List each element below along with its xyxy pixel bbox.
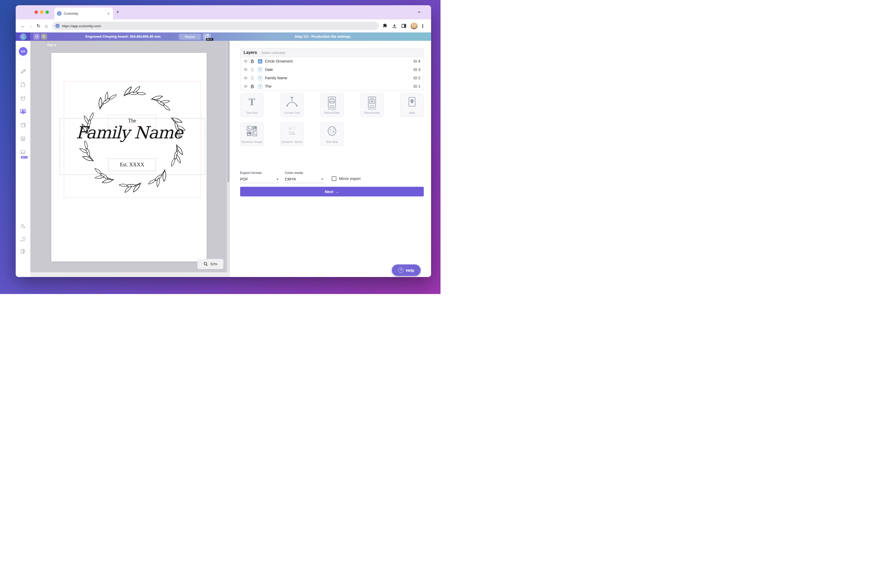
customily-logo: C [20, 33, 26, 40]
user-avatar-initials[interactable]: MA [19, 47, 27, 56]
resize-button[interactable]: Resize [179, 34, 201, 40]
traffic-light-zoom-button[interactable] [45, 10, 49, 14]
layer-row-date[interactable]: T Date ID 3 [240, 65, 423, 74]
artboard[interactable]: The Family Name Est. XXXX [51, 53, 207, 262]
help-button[interactable]: ? Help [392, 264, 420, 276]
design-canvas-area[interactable]: File 1 [30, 41, 230, 277]
layer-row-circle-ornament[interactable]: Circle Ornament ID 4 [240, 57, 423, 65]
image-placeholder-tool-button[interactable]: Image Placeholder [320, 93, 344, 117]
help-bubble-icon[interactable] [20, 236, 26, 242]
reload-button[interactable]: ↻ [35, 23, 42, 29]
layer-row-the[interactable]: T The ID 1 [240, 82, 423, 90]
undo-button[interactable]: ↺ [33, 33, 40, 40]
visibility-eye-icon[interactable] [243, 76, 248, 80]
forward-button[interactable]: → [27, 23, 35, 29]
export-format-select[interactable]: PDF ▼ [240, 176, 279, 183]
map-icon [401, 96, 423, 108]
visibility-eye-icon[interactable] [243, 68, 248, 72]
star-map-tool-button[interactable]: Star Map [320, 122, 344, 146]
layer-id: ID 2 [413, 76, 420, 80]
dynamic-image-icon [240, 125, 263, 137]
curved-text-tool-button[interactable]: Curved Text [280, 93, 304, 117]
layers-card: Layers Select unlocked Circle Ornament I… [240, 48, 424, 91]
traffic-light-close-button[interactable] [35, 10, 38, 14]
design-text-family-name[interactable]: Family Name [54, 123, 204, 142]
visibility-eye-icon[interactable] [243, 84, 248, 88]
browser-tab[interactable]: C Customily × [54, 8, 113, 20]
magnifier-icon [204, 262, 208, 266]
app-sidebar: MA [16, 41, 30, 277]
back-button[interactable]: ← [19, 23, 27, 29]
star-map-icon [320, 125, 344, 137]
extensions-puzzle-icon[interactable] [383, 23, 388, 28]
zoom-control[interactable]: 52% [198, 259, 224, 269]
vector-placeholder-icon [360, 96, 383, 108]
dynamic-vector-icon: ☆♡○△ [281, 125, 303, 137]
lock-open-icon[interactable] [250, 68, 254, 72]
store-icon[interactable] [20, 135, 26, 142]
tools-row-1: T Text Box Curved Text Image Placehold [240, 93, 424, 117]
map-tool-button[interactable]: Map [400, 93, 424, 117]
vertical-scroll-thumb[interactable] [227, 41, 230, 182]
text-box-tool-button[interactable]: T Text Box [240, 93, 264, 117]
inbox-beta-icon[interactable] [20, 149, 26, 155]
tab-list-chevron-icon[interactable]: ⌄ [417, 9, 422, 14]
text-layer-type-icon: T [258, 68, 263, 72]
production-settings-panel: Layers Select unlocked Circle Ornament I… [230, 41, 431, 277]
redo-button[interactable]: ↻ [41, 33, 47, 40]
dropdown-caret-icon: ▼ [276, 178, 279, 181]
new-tab-button[interactable]: + [116, 9, 119, 15]
lock-closed-icon[interactable] [250, 84, 254, 88]
canvas-vertical-scrollbar[interactable] [227, 41, 230, 272]
text-layer-type-icon: T [258, 84, 263, 88]
help-question-icon: ? [398, 268, 403, 273]
browser-menu-kebab-icon[interactable]: ••• [422, 24, 424, 28]
layer-name: Date [265, 68, 413, 72]
layer-id: ID 3 [413, 68, 420, 72]
file-icon[interactable] [20, 82, 26, 88]
app-header-bar: C ↺ ↻ Engraved Choping board: 304.80x406… [16, 32, 431, 41]
new-file-beta-button[interactable]: BETA [203, 33, 211, 40]
dropdown-caret-icon: ▼ [321, 178, 324, 181]
layers-header: Layers Select unlocked [240, 48, 423, 57]
layer-id: ID 1 [413, 84, 420, 88]
mirror-export-option: Mirror export [332, 176, 360, 181]
traffic-light-minimize-button[interactable] [40, 10, 44, 14]
vector-placeholder-tool-button[interactable]: Vector Placeholder [360, 93, 384, 117]
layers-title: Layers [243, 50, 257, 55]
text-layer-type-icon: T [258, 76, 263, 80]
mirror-export-label: Mirror export [339, 177, 360, 181]
desktop-background: C Customily × + ⌄ ← → ↻ ⌂ C https://app.… [0, 0, 440, 294]
browser-profile-avatar[interactable] [411, 22, 417, 29]
account-settings-icon[interactable] [20, 223, 26, 230]
tools-row-2: Dynamic Image ☆♡○△ Dynamic Vector Star M… [240, 122, 424, 146]
canvas-horizontal-scrollbar[interactable] [30, 272, 230, 277]
next-button[interactable]: Next→ [240, 187, 424, 196]
dynamic-image-tool-button[interactable]: Dynamic Image [240, 122, 264, 146]
export-format-label: Export format [240, 171, 261, 175]
lock-open-icon[interactable] [250, 76, 254, 80]
design-editor-icon[interactable] [20, 108, 26, 115]
select-unlocked-label[interactable]: Select unlocked [261, 51, 285, 55]
tab-close-icon[interactable]: × [107, 12, 110, 16]
text-box-icon: T [240, 96, 263, 108]
browser-window: C Customily × + ⌄ ← → ↻ ⌂ C https://app.… [16, 5, 431, 277]
visibility-eye-icon[interactable] [243, 59, 248, 63]
design-text-est[interactable]: Est. XXXX [108, 162, 156, 168]
dynamic-vector-tool-button[interactable]: ☆♡○△ Dynamic Vector [280, 122, 304, 146]
browser-toolbar: ← → ↻ ⌂ C https://app.customily.com/ ••• [16, 20, 431, 32]
rocket-icon[interactable] [20, 68, 26, 74]
booklet-icon[interactable] [20, 122, 26, 128]
color-mode-select[interactable]: CMYK ▼ [285, 176, 324, 183]
lock-closed-icon[interactable] [250, 59, 254, 63]
mirror-export-checkbox[interactable] [332, 176, 336, 181]
customily-logo-tile[interactable]: C [16, 32, 30, 41]
logout-door-icon[interactable] [20, 248, 26, 255]
image-placeholder-icon [320, 96, 344, 108]
layer-row-family-name[interactable]: T Family Name ID 2 [240, 74, 423, 82]
side-panel-icon[interactable] [401, 23, 407, 28]
download-icon[interactable] [392, 23, 397, 28]
home-button[interactable]: ⌂ [42, 23, 50, 29]
tshirt-icon[interactable] [20, 95, 26, 102]
address-bar[interactable]: C https://app.customily.com/ [52, 22, 379, 30]
